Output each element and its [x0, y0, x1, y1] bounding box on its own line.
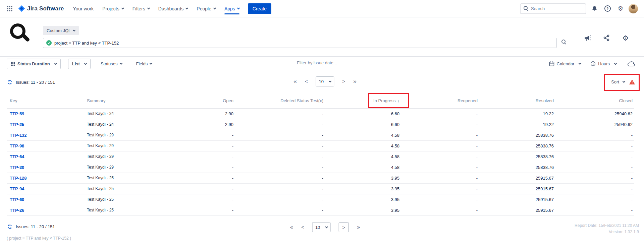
share-icon[interactable] — [601, 33, 611, 43]
nav-item-label: Your work — [73, 6, 94, 11]
column-header-deleted-status-test-x[interactable]: Deleted Status Test(x) — [235, 93, 325, 108]
duration-cell: - — [401, 205, 479, 215]
issue-key-link[interactable]: TTP-94 — [10, 186, 24, 191]
nav-item-label: Filters — [132, 6, 145, 11]
duration-cell: - — [235, 130, 325, 140]
jql-mode-dropdown[interactable]: Custom JQL — [43, 26, 79, 35]
issue-row: TTP-30Test Kaydı - 29--4.58-25838.76- — [7, 162, 634, 173]
global-search-input[interactable] — [531, 6, 583, 11]
create-button[interactable]: Create — [248, 3, 271, 14]
issue-summary-cell: Test Kaydı - 24 — [84, 108, 161, 119]
first-page-button[interactable]: « — [290, 222, 293, 232]
report-date-label: Report Date: 15/Feb/2021 11:20 AM — [575, 223, 639, 229]
issue-summary-cell: Test Kaydı - 29 — [84, 151, 161, 162]
issue-key-link[interactable]: TTP-132 — [10, 133, 27, 138]
prev-page-button[interactable]: < — [305, 76, 308, 86]
last-page-button[interactable]: » — [357, 222, 360, 232]
first-page-button[interactable]: « — [293, 76, 297, 86]
settings-gear-icon[interactable]: ⚙ — [615, 4, 626, 14]
issue-key-cell: TTP-60 — [7, 194, 84, 205]
report-settings-gear-icon[interactable]: ⚙ — [621, 33, 631, 43]
column-header-reopened[interactable]: Reopened — [401, 93, 479, 108]
column-header-open[interactable]: Open — [161, 93, 235, 108]
feedback-megaphone-icon[interactable] — [582, 33, 592, 43]
duration-cell: 4.58 — [325, 130, 401, 140]
layout-dropdown[interactable]: List — [68, 59, 91, 69]
jql-valid-check-icon — [46, 40, 52, 46]
page-size-select[interactable]: 10 — [316, 76, 334, 86]
jql-query-field[interactable] — [43, 38, 557, 48]
issues-table: KeySummaryOpenDeleted Status Test(x)In P… — [7, 93, 634, 216]
chevron-down-icon — [237, 7, 240, 9]
duration-cell: 6.60 — [325, 108, 401, 119]
duration-cell: - — [235, 119, 325, 130]
issue-key-cell: TTP-25 — [7, 119, 84, 130]
issue-key-link[interactable]: TTP-59 — [10, 111, 24, 116]
issue-key-link[interactable]: TTP-25 — [10, 122, 24, 127]
duration-cell: 25838.76 — [479, 130, 555, 140]
duration-cell: - — [555, 173, 634, 183]
duration-cell: - — [555, 194, 634, 205]
column-header-closed[interactable]: Closed — [555, 93, 634, 108]
nav-item-your-work[interactable]: Your work — [70, 4, 96, 13]
issue-key-link[interactable]: TTP-26 — [10, 208, 24, 213]
fields-label: Fields — [136, 61, 148, 66]
duration-cell: - — [235, 173, 325, 183]
column-header-summary[interactable]: Summary — [84, 93, 161, 108]
column-label: In Progress — [373, 98, 395, 103]
help-icon[interactable]: ? — [602, 4, 612, 14]
column-label: Key — [10, 98, 17, 103]
view-type-dropdown[interactable]: Status Duration — [7, 59, 61, 69]
nav-item-projects[interactable]: Projects — [100, 4, 126, 13]
jira-logo[interactable]: Jira Software — [18, 5, 64, 12]
sort-label: Sort — [611, 79, 619, 84]
nav-item-filters[interactable]: Filters — [130, 4, 152, 13]
column-header-key[interactable]: Key — [7, 93, 84, 108]
issue-key-cell: TTP-26 — [7, 205, 84, 215]
duration-cell: - — [401, 162, 479, 173]
global-search[interactable] — [520, 3, 586, 14]
duration-cell: 25915.67 — [479, 194, 555, 205]
column-header-in-progress[interactable]: In Progress↓ — [325, 93, 401, 108]
app-switcher-icon[interactable] — [5, 4, 15, 14]
page-size-select[interactable]: 10 — [312, 222, 331, 232]
issue-key-link[interactable]: TTP-64 — [10, 154, 24, 159]
nav-item-apps[interactable]: Apps — [222, 4, 242, 13]
export-cloud-icon[interactable] — [626, 59, 636, 69]
issue-key-link[interactable]: TTP-30 — [10, 165, 24, 170]
navbar-right: ? ⚙ — [520, 3, 638, 14]
issue-key-cell: TTP-128 — [7, 173, 84, 183]
time-format-dropdown[interactable]: Hours — [590, 61, 616, 66]
nav-item-people[interactable]: People — [194, 4, 218, 13]
notifications-bell-icon[interactable] — [589, 4, 599, 14]
statuses-dropdown[interactable]: Statuses — [101, 61, 122, 66]
issue-date-filter-input[interactable] — [297, 60, 394, 65]
issue-key-cell: TTP-94 — [7, 183, 84, 194]
issue-key-link[interactable]: TTP-128 — [10, 176, 27, 181]
fields-dropdown[interactable]: Fields — [136, 61, 152, 66]
nav-item-dashboards[interactable]: Dashboards — [156, 4, 191, 13]
issue-summary-cell: Test Kaydı - 29 — [84, 130, 161, 140]
column-header-resolved[interactable]: Resolved — [479, 93, 555, 108]
duration-cell: 2.90 — [161, 108, 235, 119]
duration-cell: - — [401, 183, 479, 194]
calendar-dropdown[interactable]: Calendar — [549, 61, 581, 66]
next-page-button[interactable]: > — [339, 222, 349, 232]
issue-key-link[interactable]: TTP-60 — [10, 197, 24, 202]
last-page-button[interactable]: » — [353, 76, 356, 86]
prev-page-button[interactable]: < — [301, 222, 304, 232]
refresh-icon[interactable] — [7, 224, 13, 230]
duration-cell: 4.58 — [325, 162, 401, 173]
refresh-icon[interactable] — [7, 79, 13, 85]
chevron-down-icon — [150, 62, 152, 64]
jql-query-input[interactable] — [54, 41, 553, 46]
duration-cell: - — [555, 162, 634, 173]
issue-key-link[interactable]: TTP-98 — [10, 143, 24, 148]
warning-icon[interactable] — [629, 79, 635, 85]
nav-item-label: Dashboards — [158, 6, 184, 11]
sort-dropdown[interactable]: Sort — [611, 79, 635, 85]
next-page-button[interactable]: > — [342, 76, 345, 86]
page-size-value: 10 — [319, 79, 324, 84]
sort-direction-icon: ↓ — [397, 98, 400, 103]
user-avatar-icon[interactable] — [629, 4, 638, 13]
